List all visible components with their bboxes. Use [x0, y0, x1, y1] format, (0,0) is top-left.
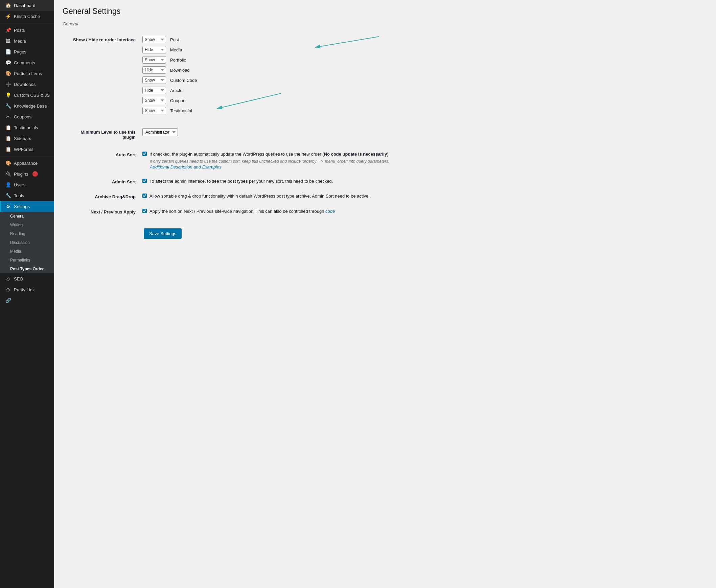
admin-sort-text: To affect the admin interface, to see th… — [150, 178, 333, 185]
sidebar-item-kinsta-cache[interactable]: ⚡ Kinsta Cache — [0, 11, 54, 22]
sidebar-item-custom-css-js[interactable]: 💡 Custom CSS & JS — [0, 90, 54, 101]
submenu-media[interactable]: Media — [0, 247, 54, 256]
sidebars-icon: 📋 — [5, 136, 11, 141]
select-article[interactable]: Hide Show — [143, 87, 166, 94]
admin-sort-checkbox-row: To affect the admin interface, to see th… — [143, 178, 704, 185]
select-post[interactable]: Show Hide — [143, 36, 166, 43]
show-hide-item-media: Hide Show Media — [143, 46, 704, 54]
downloads-icon: ➕ — [5, 82, 11, 87]
settings-submenu: General Writing Reading Discussion Media… — [0, 212, 54, 273]
auto-sort-checkbox-row: If checked, the plug-in automatically up… — [143, 151, 704, 158]
next-prev-checkbox-row: Apply the sort on Next / Previous site-w… — [143, 208, 704, 215]
sidebar-item-comments[interactable]: 💬 Comments — [0, 57, 54, 68]
select-download[interactable]: Hide Show — [143, 66, 166, 74]
wpforms-icon: 📋 — [5, 147, 11, 152]
sidebar-item-shortcodes[interactable]: ◇ SEO — [0, 273, 54, 284]
auto-sort-hint: If only certain queries need to use the … — [150, 159, 704, 164]
sidebar-item-testimonials[interactable]: 📋 Testimonials — [0, 122, 54, 133]
select-testimonial[interactable]: Show Hide — [143, 107, 166, 114]
sidebar-item-users[interactable]: 👤 Users — [0, 179, 54, 190]
submenu-general[interactable]: General — [0, 212, 54, 220]
type-article: Article — [170, 88, 182, 93]
show-hide-label: Show / Hide re-order interface — [68, 36, 143, 42]
select-media[interactable]: Hide Show — [143, 46, 166, 54]
sidebar-item-knowledge-base[interactable]: 🔧 Knowledge Base — [0, 101, 54, 111]
min-level-select[interactable]: Administrator Editor Author Contributor … — [143, 128, 178, 136]
type-testimonial: Testimonial — [170, 108, 192, 113]
show-hide-group: Show Hide Post Hide Show Media — [143, 36, 704, 114]
archive-dd-checkbox[interactable] — [143, 193, 147, 198]
archive-dd-checkbox-row: Allow sortable drag & drop functionality… — [143, 193, 704, 200]
tools-icon: 🔧 — [5, 193, 11, 198]
submenu-post-types-order[interactable]: Post Types Order — [0, 265, 54, 273]
submenu-reading[interactable]: Reading — [0, 229, 54, 238]
sidebar-item-downloads[interactable]: ➕ Downloads — [0, 79, 54, 90]
sidebar-item-seo[interactable]: ⊕ Pretty Link — [0, 284, 54, 295]
show-hide-item-post: Show Hide Post — [143, 36, 704, 43]
archive-dd-text: Allow sortable drag & drop functionality… — [150, 193, 371, 200]
min-level-row: Minimum Level to use this plugin Adminis… — [63, 124, 709, 144]
type-post: Post — [170, 37, 179, 42]
submenu-writing[interactable]: Writing — [0, 220, 54, 229]
archive-dd-content: Allow sortable drag & drop functionality… — [143, 193, 704, 200]
settings-icon: ⚙ — [5, 204, 11, 209]
section-label: General — [63, 21, 709, 26]
sidebar-item-pretty-link[interactable]: 🔗 — [0, 295, 54, 306]
show-hide-item-article: Hide Show Article — [143, 87, 704, 94]
admin-sort-checkbox[interactable] — [143, 178, 147, 183]
sidebar-item-plugins[interactable]: 🔌 Plugins 1 — [0, 168, 54, 179]
pretty-link-icon: 🔗 — [5, 298, 11, 303]
sidebar-item-posts[interactable]: 📌 Posts — [0, 25, 54, 36]
select-portfolio[interactable]: Show Hide — [143, 56, 166, 64]
select-custom-code[interactable]: Show Hide — [143, 77, 166, 84]
archive-dd-label: Archive Drag&Drop — [68, 193, 143, 199]
show-hide-content: Show Hide Post Hide Show Media — [143, 36, 704, 114]
testimonials-icon: 📋 — [5, 125, 11, 130]
sidebar-item-portfolio-items[interactable]: 🎨 Portfolio Items — [0, 68, 54, 79]
next-prev-checkbox[interactable] — [143, 209, 147, 213]
sidebar-item-media[interactable]: 🖼 Media — [0, 36, 54, 46]
save-settings-button[interactable]: Save Settings — [144, 228, 181, 239]
show-hide-row: Show / Hide re-order interface — [63, 32, 709, 119]
additional-desc-link[interactable]: Additional Description and Examples — [150, 164, 221, 169]
next-prev-label: Next / Previous Apply — [68, 208, 143, 214]
sidebar-item-coupons[interactable]: ✂ Coupons — [0, 111, 54, 122]
media-icon: 🖼 — [5, 38, 11, 44]
select-coupon[interactable]: Show Hide — [143, 97, 166, 104]
sidebar-item-tools[interactable]: 🔧 Tools — [0, 190, 54, 201]
kinsta-icon: ⚡ — [5, 14, 11, 19]
comments-icon: 💬 — [5, 60, 11, 65]
type-coupon: Coupon — [170, 98, 186, 103]
submenu-discussion[interactable]: Discussion — [0, 238, 54, 247]
appearance-icon: 🎨 — [5, 160, 11, 166]
submenu-permalinks[interactable]: Permalinks — [0, 256, 54, 265]
show-hide-item-download: Hide Show Download — [143, 66, 704, 74]
auto-sort-checkbox[interactable] — [143, 151, 147, 156]
knowledge-icon: 🔧 — [5, 103, 11, 109]
next-prev-content: Apply the sort on Next / Previous site-w… — [143, 208, 704, 215]
pages-icon: 📄 — [5, 49, 11, 55]
admin-sort-content: To affect the admin interface, to see th… — [143, 178, 704, 185]
admin-sort-label: Admin Sort — [68, 178, 143, 184]
next-prev-code-link[interactable]: code — [325, 209, 335, 214]
show-hide-item-coupon: Show Hide Coupon — [143, 97, 704, 104]
sidebar-item-wpforms[interactable]: 📋 WPForms — [0, 144, 54, 154]
portfolio-icon: 🎨 — [5, 71, 11, 76]
sidebar-item-pages[interactable]: 📄 Pages — [0, 46, 54, 57]
sidebar-item-appearance[interactable]: 🎨 Appearance — [0, 158, 54, 168]
sidebar-item-settings[interactable]: ⚙ Settings — [0, 201, 54, 212]
auto-sort-label: Auto Sort — [68, 151, 143, 157]
seo-icon: ⊕ — [5, 287, 11, 292]
next-prev-text: Apply the sort on Next / Previous site-w… — [150, 208, 335, 215]
sidebar: 🏠 Dashboard ⚡ Kinsta Cache 📌 Posts 🖼 Med… — [0, 0, 54, 588]
auto-sort-content: If checked, the plug-in automatically up… — [143, 151, 704, 169]
sidebar-item-sidebars[interactable]: 📋 Sidebars — [0, 133, 54, 144]
type-portfolio: Portfolio — [170, 58, 186, 63]
next-prev-row: Next / Previous Apply Apply the sort on … — [63, 204, 709, 219]
type-download: Download — [170, 68, 190, 73]
posts-icon: 📌 — [5, 27, 11, 33]
show-hide-item-custom-code: Show Hide Custom Code — [143, 77, 704, 84]
sidebar-item-dashboard[interactable]: 🏠 Dashboard — [0, 0, 54, 11]
users-icon: 👤 — [5, 182, 11, 187]
type-media: Media — [170, 47, 182, 52]
